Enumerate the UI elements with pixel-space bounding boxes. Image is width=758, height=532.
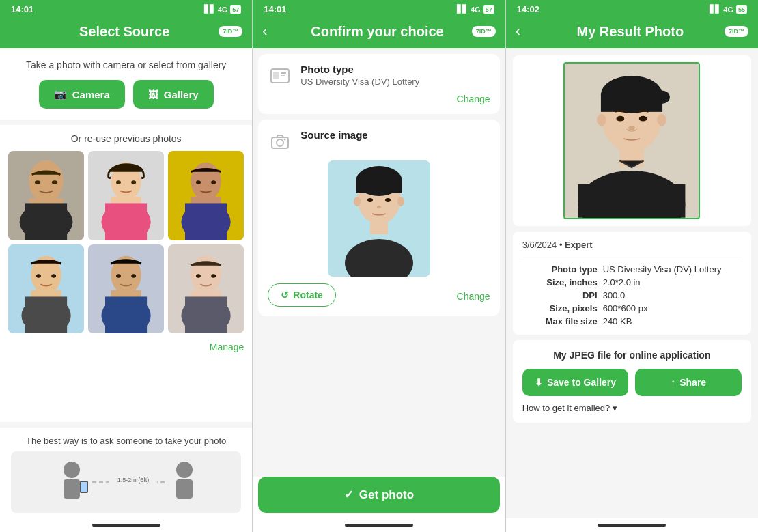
svg-point-69 <box>397 197 404 206</box>
result-quality: Expert <box>565 240 592 250</box>
source-section: Take a photo with camera or select from … <box>0 48 252 120</box>
header-3: ‹ My Result Photo 7ID™ <box>506 17 758 48</box>
detail-key-dpi: DPI <box>522 290 598 300</box>
photo-thumb-3[interactable] <box>168 151 244 240</box>
svg-point-68 <box>354 197 361 206</box>
detail-max-file-size: Max file size 240 KB <box>522 316 742 326</box>
screen3-body: 3/6/2024 • Expert Photo type US Diversit… <box>506 48 758 518</box>
source-buttons: 📷 Camera 🖼 Gallery <box>11 80 241 109</box>
screen2-body: Photo type US Diversity Visa (DV) Lotter… <box>253 48 505 477</box>
photo-type-value: US Diversity Visa (DV) Lottery <box>300 76 490 87</box>
person-svg-2 <box>88 151 164 240</box>
svg-point-41 <box>196 274 201 278</box>
share-label: Share <box>679 377 706 388</box>
camera-button[interactable]: 📷 Camera <box>39 80 125 109</box>
photo-type-change[interactable]: Change <box>268 94 490 104</box>
logo-text-1: 7ID <box>223 28 232 35</box>
svg-rect-40 <box>185 296 227 333</box>
svg-rect-63 <box>370 221 388 234</box>
battery-1: 57 <box>230 5 241 14</box>
back-btn-3[interactable]: ‹ <box>516 23 536 40</box>
battery-2: 57 <box>483 5 494 14</box>
jpeg-title: My JPEG file for online application <box>522 350 742 361</box>
svg-point-58 <box>284 139 286 141</box>
home-bar-1 <box>92 524 160 527</box>
svg-point-34 <box>116 274 121 278</box>
share-icon: ↑ <box>671 377 675 388</box>
home-indicator-3 <box>506 518 758 532</box>
svg-point-3 <box>29 160 64 202</box>
home-indicator-2 <box>253 518 505 532</box>
source-image-preview <box>268 160 490 277</box>
manage-link[interactable]: Manage <box>8 339 244 355</box>
svg-point-81 <box>597 114 606 126</box>
network-2: 4G <box>471 5 481 14</box>
photo-type-info: Photo type US Diversity Visa (DV) Lotter… <box>300 64 490 87</box>
result-photo-svg <box>565 62 699 219</box>
photo-thumb-1[interactable] <box>8 151 84 240</box>
camera-icon-2 <box>268 129 292 154</box>
tip-illustration: 1.5-2m (6ft) <box>11 451 241 513</box>
back-btn-2[interactable]: ‹ <box>262 23 283 40</box>
status-icons-2: ▋▋ 4G 57 <box>457 5 494 14</box>
status-icons-1: ▋▋ 4G 57 <box>204 5 242 14</box>
photo-thumb-6[interactable] <box>168 244 244 334</box>
detail-size-inches: Size, inches 2.0*2.0 in <box>522 277 742 288</box>
page-title-1: Select Source <box>30 24 219 40</box>
id-card-icon <box>270 68 290 83</box>
camera-icon: 📷 <box>54 88 67 100</box>
gallery-icon: 🖼 <box>148 89 158 100</box>
email-link[interactable]: How to get it emailed? ▾ <box>522 403 742 413</box>
action-buttons: ⬇ Save to Gallery ↑ Share <box>522 369 742 396</box>
battery-3: 55 <box>736 5 747 14</box>
result-photo-container <box>513 55 751 226</box>
detail-val-photo-type: US Diversity Visa (DV) Lottery <box>603 264 722 275</box>
rotate-label: Rotate <box>293 290 323 300</box>
source-image-card: Source image <box>258 120 499 316</box>
home-bar-3 <box>598 524 666 527</box>
svg-rect-62 <box>356 180 402 193</box>
network-3: 4G <box>723 5 733 14</box>
svg-point-27 <box>36 274 41 278</box>
camera-svg <box>271 134 289 149</box>
svg-point-66 <box>385 198 391 202</box>
svg-rect-51 <box>176 479 193 499</box>
signal-icon-3: ▋▋ <box>710 5 720 14</box>
rotate-button[interactable]: ↺ Rotate <box>268 283 336 307</box>
photo-thumb-5[interactable] <box>88 244 164 334</box>
person-svg-5 <box>88 244 164 334</box>
time-2: 14:01 <box>264 4 286 14</box>
header-2: ‹ Confirm your choice 7ID™ <box>253 17 505 48</box>
svg-point-7 <box>52 180 57 184</box>
person-svg-1 <box>8 151 84 240</box>
tip-title: The best way is to ask someone to take y… <box>11 436 241 446</box>
svg-point-57 <box>277 139 283 146</box>
photos-grid <box>8 151 244 333</box>
share-button[interactable]: ↑ Share <box>635 369 742 396</box>
time-1: 14:01 <box>11 4 33 14</box>
detail-key-photo-type: Photo type <box>522 264 598 275</box>
svg-point-82 <box>658 114 667 126</box>
source-change-btn[interactable]: Change <box>457 288 490 302</box>
logo-text-3: 7ID <box>729 28 738 35</box>
photo-thumb-2[interactable] <box>88 151 164 240</box>
rotate-bar: ↺ Rotate Change <box>268 283 490 307</box>
logo-text-2: 7ID <box>476 28 486 35</box>
download-icon: ⬇ <box>535 377 543 388</box>
get-photo-button[interactable]: ✓ Get photo <box>258 477 499 513</box>
svg-point-65 <box>367 198 373 202</box>
photo-type-label: Photo type <box>300 64 490 75</box>
detail-size-pixels: Size, pixels 600*600 px <box>522 303 742 313</box>
svg-point-13 <box>116 180 121 184</box>
svg-rect-46 <box>81 482 87 492</box>
source-preview-container <box>328 160 430 277</box>
photo-type-card: Photo type US Diversity Visa (DV) Lotter… <box>258 54 499 114</box>
svg-point-6 <box>35 180 40 184</box>
signal-icon-2: ▋▋ <box>457 5 468 14</box>
gallery-button[interactable]: 🖼 Gallery <box>133 80 214 109</box>
photo-thumb-4[interactable] <box>8 244 84 334</box>
svg-point-74 <box>654 91 671 104</box>
svg-rect-5 <box>25 203 67 240</box>
photo-type-icon <box>268 64 292 88</box>
save-to-gallery-button[interactable]: ⬇ Save to Gallery <box>522 369 629 396</box>
